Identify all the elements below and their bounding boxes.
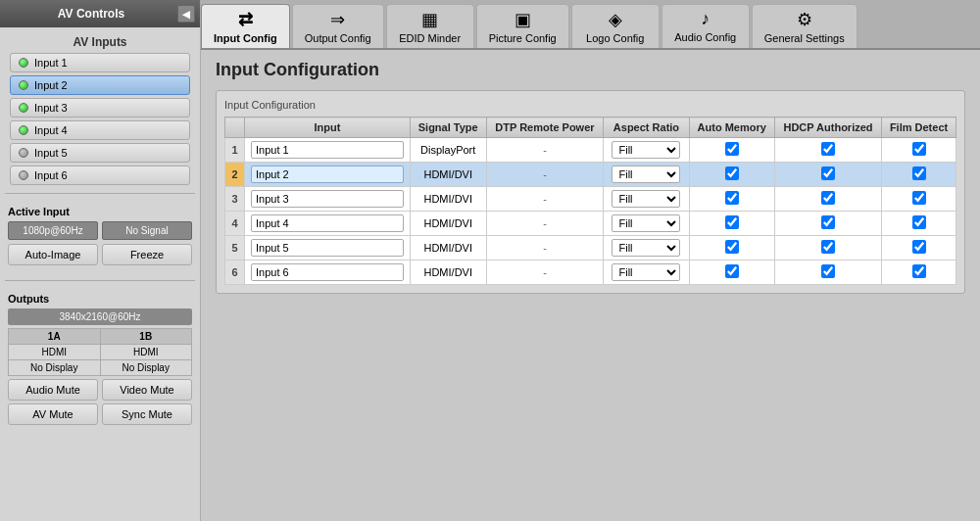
hdcp-auth-cb-1[interactable]	[821, 142, 835, 156]
film-detect-cb-4[interactable]	[912, 215, 926, 229]
td-hdcp-auth-5	[774, 236, 881, 260]
aspect-ratio-select-6[interactable]: Fill	[612, 263, 680, 281]
input-name-field-4[interactable]	[251, 214, 404, 232]
inputs-list: Input 1Input 2Input 3Input 4Input 5Input…	[0, 53, 200, 185]
film-detect-cb-5[interactable]	[912, 240, 926, 254]
input-name-field-6[interactable]	[251, 263, 404, 281]
hdcp-auth-cb-4[interactable]	[821, 215, 835, 229]
td-input-name-1	[245, 138, 411, 163]
output-type-1a: HDMI	[9, 345, 101, 360]
page-title: Input Configuration	[216, 60, 965, 80]
td-signal-type-6: HDMI/DVI	[410, 260, 486, 285]
input-name-field-5[interactable]	[251, 239, 404, 257]
td-auto-memory-4	[689, 212, 774, 236]
film-detect-cb-1[interactable]	[912, 142, 926, 156]
input-name-field-1[interactable]	[251, 141, 404, 159]
main-content: ⇄Input Config⇒Output Config▦EDID Minder▣…	[201, 0, 980, 521]
tab-label-general-settings: General Settings	[764, 32, 845, 44]
td-hdcp-auth-3	[774, 187, 881, 212]
mute-row-2: AV Mute Sync Mute	[8, 403, 192, 425]
aspect-ratio-select-5[interactable]: Fill	[612, 239, 680, 257]
hdcp-auth-cb-2[interactable]	[821, 166, 835, 180]
tab-input-config[interactable]: ⇄Input Config	[201, 4, 290, 48]
input-button-2[interactable]: Input 2	[10, 75, 190, 95]
tab-label-logo-config: Logo Config	[586, 32, 644, 44]
td-film-detect-2	[882, 163, 956, 187]
output-display-1a: No Display	[9, 360, 101, 376]
freeze-button[interactable]: Freeze	[102, 244, 192, 265]
hdcp-auth-cb-6[interactable]	[821, 264, 835, 278]
aspect-ratio-select-3[interactable]: Fill	[612, 190, 680, 208]
row-num-5: 5	[225, 236, 245, 260]
film-detect-cb-3[interactable]	[912, 191, 926, 205]
output-type-1b: HDMI	[100, 345, 192, 360]
tab-label-audio-config: Audio Config	[674, 31, 736, 43]
td-signal-type-5: HDMI/DVI	[410, 236, 486, 260]
audio-mute-button[interactable]: Audio Mute	[8, 379, 98, 401]
input-button-6[interactable]: Input 6	[10, 166, 190, 185]
th-empty	[225, 118, 245, 138]
active-input-label: Active Input	[8, 206, 192, 217]
auto-memory-cb-5[interactable]	[725, 240, 739, 254]
table-row: 2HDMI/DVI-Fill	[225, 163, 956, 187]
film-detect-cb-6[interactable]	[912, 264, 926, 278]
row-num-1: 1	[225, 138, 245, 163]
input-name-field-3[interactable]	[251, 190, 404, 208]
table-row: 6HDMI/DVI-Fill	[225, 260, 956, 285]
tab-icon-logo-config: ◈	[609, 9, 622, 30]
td-input-name-6	[245, 260, 411, 285]
table-row: 1DisplayPort-Fill	[225, 138, 956, 163]
mute-row-1: Audio Mute Video Mute	[8, 379, 192, 401]
hdcp-auth-cb-5[interactable]	[821, 240, 835, 254]
auto-memory-cb-3[interactable]	[725, 191, 739, 205]
td-dtp-power-3: -	[486, 187, 604, 212]
left-panel: AV Controls ◀ AV Inputs Input 1Input 2In…	[0, 0, 201, 521]
td-auto-memory-1	[689, 138, 774, 163]
row-num-4: 4	[225, 212, 245, 236]
output-table: 1A 1B HDMI HDMI No Display No Display	[8, 328, 192, 376]
input-button-3[interactable]: Input 3	[10, 98, 190, 118]
input-name-field-2[interactable]	[251, 166, 404, 183]
input-label-5: Input 5	[34, 147, 68, 159]
tab-label-picture-config: Picture Config	[489, 32, 557, 44]
auto-memory-cb-6[interactable]	[725, 264, 739, 278]
av-mute-button[interactable]: AV Mute	[8, 403, 98, 425]
th-3: Aspect Ratio	[604, 118, 689, 138]
td-aspect-ratio-5: Fill	[604, 236, 689, 260]
film-detect-cb-2[interactable]	[912, 166, 926, 180]
tab-logo-config[interactable]: ◈Logo Config	[571, 4, 660, 48]
td-hdcp-auth-1	[774, 138, 881, 163]
tab-icon-edid-minder: ▦	[421, 9, 438, 30]
auto-memory-cb-1[interactable]	[725, 142, 739, 156]
outputs-label: Outputs	[8, 293, 192, 305]
divider-1	[5, 193, 195, 194]
input-button-4[interactable]: Input 4	[10, 120, 190, 140]
tab-picture-config[interactable]: ▣Picture Config	[476, 4, 569, 48]
collapse-button[interactable]: ◀	[177, 5, 195, 23]
config-table: InputSignal TypeDTP Remote PowerAspect R…	[224, 117, 956, 285]
td-aspect-ratio-3: Fill	[604, 187, 689, 212]
aspect-ratio-select-4[interactable]: Fill	[612, 214, 680, 232]
tab-bar: ⇄Input Config⇒Output Config▦EDID Minder▣…	[201, 0, 980, 50]
sync-mute-button[interactable]: Sync Mute	[102, 403, 192, 425]
td-input-name-4	[245, 212, 411, 236]
aspect-ratio-select-2[interactable]: Fill	[612, 166, 680, 183]
auto-memory-cb-4[interactable]	[725, 215, 739, 229]
td-hdcp-auth-6	[774, 260, 881, 285]
video-mute-button[interactable]: Video Mute	[102, 379, 192, 401]
input-button-5[interactable]: Input 5	[10, 143, 190, 163]
page-content: Input Configuration Input Configuration …	[201, 50, 980, 514]
tab-icon-picture-config: ▣	[514, 9, 531, 30]
auto-memory-cb-2[interactable]	[725, 166, 739, 180]
input-button-1[interactable]: Input 1	[10, 53, 190, 72]
td-signal-type-2: HDMI/DVI	[410, 163, 486, 187]
tab-audio-config[interactable]: ♪Audio Config	[662, 4, 750, 48]
tab-general-settings[interactable]: ⚙General Settings	[752, 4, 858, 48]
tab-edid-minder[interactable]: ▦EDID Minder	[386, 4, 474, 48]
hdcp-auth-cb-3[interactable]	[821, 191, 835, 205]
panel-title: AV Controls	[5, 7, 177, 21]
th-4: Auto Memory	[689, 118, 774, 138]
tab-output-config[interactable]: ⇒Output Config	[292, 4, 384, 48]
auto-image-button[interactable]: Auto-Image	[8, 244, 98, 265]
aspect-ratio-select-1[interactable]: Fill	[612, 141, 680, 159]
